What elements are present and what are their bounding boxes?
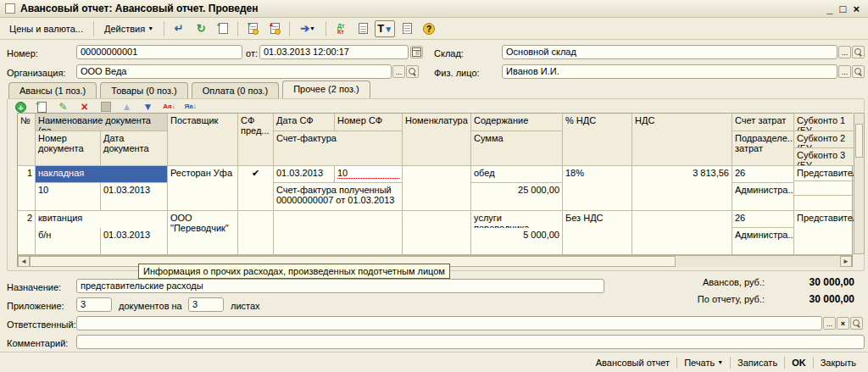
org-ellipsis-button[interactable]: ... xyxy=(392,65,405,78)
col-header-cost-account[interactable]: Счет затрат ... xyxy=(732,114,794,131)
col-header-nomenclature[interactable]: Номенклатура xyxy=(403,114,471,166)
table-row-2-nomenclature[interactable] xyxy=(403,211,471,255)
tab-advances[interactable]: Авансы (1 поз.) xyxy=(8,82,97,98)
list-settings-button[interactable] xyxy=(397,20,417,37)
maximize-button[interactable]: □ xyxy=(840,3,847,15)
table-row-1-cost-account[interactable]: 26 xyxy=(732,166,794,183)
scroll-right-icon[interactable]: ► xyxy=(840,256,852,267)
show-postings-button[interactable]: ДтКт xyxy=(331,20,351,37)
close-form-button[interactable]: Закрыть xyxy=(814,355,863,370)
close-button[interactable]: × xyxy=(853,3,860,15)
table-row-1-sf-checkbox[interactable]: ✔ xyxy=(238,166,274,211)
col-header-doc-date[interactable]: Дата документа xyxy=(101,131,168,166)
move-down-button[interactable]: ▼ xyxy=(141,100,155,114)
number-input[interactable]: 00000000001 xyxy=(76,45,242,59)
col-header-vat[interactable]: НДС xyxy=(632,114,732,166)
table-row-1-vat[interactable]: 3 813,56 xyxy=(632,166,732,211)
responsible-ellipsis-button[interactable]: ... xyxy=(823,317,836,330)
ok-button[interactable]: OK xyxy=(785,355,813,370)
table-row-1-content[interactable]: обед xyxy=(471,166,563,183)
unpost-document-button[interactable]: ▲ xyxy=(264,20,285,37)
table-row-1-subconto2[interactable] xyxy=(794,181,854,196)
delete-row-button[interactable]: × xyxy=(77,100,92,114)
tab-goods[interactable]: Товары (0 поз.) xyxy=(100,82,187,98)
document-structure-button[interactable]: Т▼ xyxy=(375,20,395,37)
table-row-1-doc-number[interactable]: 10 xyxy=(36,183,101,211)
responsible-search-button[interactable] xyxy=(850,317,863,330)
org-search-button[interactable] xyxy=(406,65,419,78)
document-movements-button[interactable] xyxy=(353,20,373,37)
post-document-button[interactable]: ▼ xyxy=(242,20,263,37)
table-row-1-doc-name[interactable]: накладная xyxy=(36,166,168,183)
col-header-doc-number[interactable]: Номер документа xyxy=(36,131,101,166)
comment-input[interactable] xyxy=(76,335,865,349)
advance-report-button[interactable]: Авансовый отчет xyxy=(589,355,676,370)
print-button[interactable]: Печать ▼ xyxy=(677,355,730,370)
col-header-invoice[interactable]: Счет-фактура xyxy=(274,131,403,166)
table-row-2-cost-account[interactable]: 26 xyxy=(732,211,794,228)
minimize-button[interactable]: _ xyxy=(826,3,832,15)
date-input[interactable]: 01.03.2013 12:00:17 xyxy=(259,45,409,59)
col-header-subconto2[interactable]: Субконто 2 (БУ xyxy=(794,131,854,148)
copy-document-button[interactable]: + xyxy=(213,20,233,37)
post-and-close-button[interactable]: ↵ xyxy=(169,20,189,37)
table-row-1-supplier[interactable]: Ресторан Уфа xyxy=(168,166,238,211)
table-row-2-content[interactable]: услуги переводчика xyxy=(471,211,563,228)
copy-row-button[interactable]: + xyxy=(35,100,49,114)
table-row-2-doc-date[interactable]: 01.03.2013 xyxy=(101,228,168,255)
help-button[interactable]: ? xyxy=(419,20,439,37)
vertical-scroll-thumb[interactable] xyxy=(855,124,863,158)
table-row-2-vat-pct[interactable]: Без НДС xyxy=(563,211,632,255)
col-header-num[interactable]: № xyxy=(18,114,36,166)
table-row-2-num[interactable]: 2 xyxy=(18,211,36,255)
vertical-scrollbar[interactable] xyxy=(854,113,865,254)
table-row-1-invoice[interactable]: Счет-фактура полученный 00000000007 от 0… xyxy=(274,183,403,211)
col-header-department[interactable]: Подразделе... затрат xyxy=(732,131,794,166)
col-header-vat-pct[interactable]: % НДС xyxy=(563,114,632,166)
col-header-subconto3[interactable]: Субконто 3 (БУ xyxy=(794,148,854,166)
scroll-left-icon[interactable]: ◄ xyxy=(18,256,30,267)
col-header-supplier[interactable]: Поставщик xyxy=(168,114,238,166)
table-row-2-vat[interactable] xyxy=(632,211,732,255)
calendar-icon[interactable] xyxy=(410,46,423,58)
col-header-sf-number[interactable]: Номер СФ xyxy=(335,114,403,131)
move-up-button[interactable]: ▲ xyxy=(120,100,134,114)
col-header-sf-pred[interactable]: СФ пред... xyxy=(238,114,274,166)
warehouse-search-button[interactable] xyxy=(852,46,865,58)
table-row-2-invoice[interactable] xyxy=(274,211,403,255)
col-header-sum[interactable]: Сумма xyxy=(471,131,563,166)
tab-other[interactable]: Прочее (2 поз.) xyxy=(282,81,370,98)
sort-descending-button[interactable]: Яа↓ xyxy=(183,100,198,114)
table-row-2-supplier[interactable]: ООО "Переводчик" xyxy=(168,211,238,255)
table-row-2-department[interactable]: Администра... xyxy=(732,228,794,255)
table-row-1-subconto1[interactable]: Представител. xyxy=(794,166,854,181)
responsible-input[interactable] xyxy=(76,316,822,330)
prices-currency-button[interactable]: Цены и валюта... xyxy=(3,21,89,36)
person-ellipsis-button[interactable]: ... xyxy=(838,65,851,78)
actions-button[interactable]: Действия ▼ xyxy=(98,21,159,36)
responsible-clear-button[interactable]: × xyxy=(837,317,849,330)
table-row-1-num[interactable]: 1 xyxy=(18,166,36,211)
table-row-2-doc-number[interactable]: б/н xyxy=(36,228,101,255)
attachment-sheets-input[interactable]: 3 xyxy=(188,297,224,312)
warehouse-ellipsis-button[interactable]: ... xyxy=(838,46,851,58)
table-row-1-subconto3[interactable] xyxy=(794,196,854,211)
table-row-2-sf-checkbox[interactable] xyxy=(238,211,274,255)
save-order-button[interactable] xyxy=(98,100,113,114)
attachment-docs-input[interactable]: 3 xyxy=(76,297,112,312)
person-input[interactable]: Иванов И.И. xyxy=(502,64,837,79)
horizontal-scroll-track[interactable] xyxy=(676,256,840,267)
table-row-1-vat-pct[interactable]: 18% xyxy=(563,166,632,211)
col-header-content[interactable]: Содержание xyxy=(471,114,563,131)
warehouse-input[interactable]: Основной склад xyxy=(502,45,837,59)
col-header-subconto1[interactable]: Субконто 1 (БУ xyxy=(794,114,854,131)
edit-row-button[interactable]: ✎ xyxy=(56,100,70,114)
tab-payment[interactable]: Оплата (0 поз.) xyxy=(192,82,279,98)
table-row-2-doc-name[interactable]: квитанция xyxy=(36,211,168,228)
reread-button[interactable]: ↻ xyxy=(191,20,211,37)
table-row-1-sf-date[interactable]: 01.03.2013 xyxy=(274,166,335,183)
table-row-2-sum[interactable]: 5 000,00 xyxy=(471,228,563,255)
goto-button[interactable]: ➔ ▼ xyxy=(294,20,321,37)
purpose-input[interactable]: представительские расходы xyxy=(76,279,604,293)
col-header-sf-date[interactable]: Дата СФ xyxy=(274,114,335,131)
